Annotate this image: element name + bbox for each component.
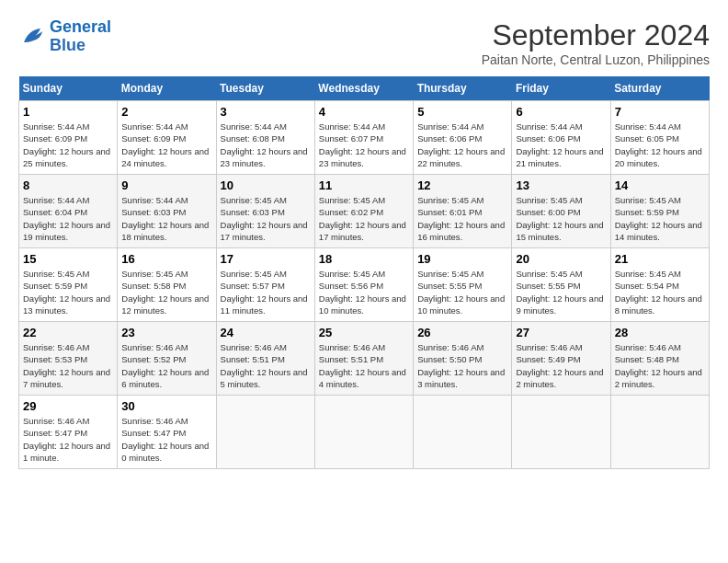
day-number: 29 bbox=[23, 399, 113, 413]
day-number: 12 bbox=[417, 178, 507, 192]
calendar-week-row: 1Sunrise: 5:44 AMSunset: 6:09 PMDaylight… bbox=[19, 101, 710, 175]
day-info: Sunrise: 5:45 AMSunset: 5:59 PMDaylight:… bbox=[615, 194, 705, 243]
day-info: Sunrise: 5:44 AMSunset: 6:08 PMDaylight:… bbox=[221, 121, 311, 169]
table-row: 30Sunrise: 5:46 AMSunset: 5:47 PMDayligh… bbox=[118, 396, 216, 469]
table-row bbox=[512, 396, 610, 469]
day-info: Sunrise: 5:46 AMSunset: 5:49 PMDaylight:… bbox=[516, 341, 606, 390]
calendar-week-row: 22Sunrise: 5:46 AMSunset: 5:53 PMDayligh… bbox=[19, 322, 710, 396]
day-info: Sunrise: 5:45 AMSunset: 6:02 PMDaylight:… bbox=[319, 194, 409, 243]
calendar-week-row: 8Sunrise: 5:44 AMSunset: 6:04 PMDaylight… bbox=[19, 175, 710, 248]
day-info: Sunrise: 5:45 AMSunset: 5:56 PMDaylight:… bbox=[319, 268, 409, 316]
day-number: 18 bbox=[319, 252, 409, 266]
day-info: Sunrise: 5:45 AMSunset: 5:54 PMDaylight:… bbox=[615, 268, 705, 316]
day-number: 9 bbox=[121, 178, 211, 192]
day-info: Sunrise: 5:45 AMSunset: 6:01 PMDaylight:… bbox=[417, 194, 507, 243]
day-number: 4 bbox=[319, 105, 409, 119]
table-row: 11Sunrise: 5:45 AMSunset: 6:02 PMDayligh… bbox=[314, 175, 413, 248]
header-friday: Friday bbox=[512, 76, 610, 101]
day-info: Sunrise: 5:44 AMSunset: 6:07 PMDaylight:… bbox=[319, 121, 409, 169]
day-number: 3 bbox=[221, 105, 311, 119]
day-number: 5 bbox=[417, 105, 507, 119]
table-row: 14Sunrise: 5:45 AMSunset: 5:59 PMDayligh… bbox=[610, 175, 709, 248]
day-number: 15 bbox=[23, 252, 113, 266]
day-info: Sunrise: 5:46 AMSunset: 5:53 PMDaylight:… bbox=[23, 341, 113, 390]
day-info: Sunrise: 5:44 AMSunset: 6:06 PMDaylight:… bbox=[516, 121, 606, 169]
day-info: Sunrise: 5:45 AMSunset: 5:57 PMDaylight:… bbox=[221, 268, 311, 316]
day-number: 22 bbox=[23, 326, 113, 339]
day-number: 2 bbox=[121, 105, 211, 119]
day-number: 23 bbox=[121, 326, 211, 339]
table-row: 7Sunrise: 5:44 AMSunset: 6:05 PMDaylight… bbox=[610, 101, 709, 175]
day-info: Sunrise: 5:46 AMSunset: 5:52 PMDaylight:… bbox=[121, 341, 211, 390]
table-row: 19Sunrise: 5:45 AMSunset: 5:55 PMDayligh… bbox=[414, 248, 512, 322]
day-info: Sunrise: 5:46 AMSunset: 5:51 PMDaylight:… bbox=[221, 341, 311, 390]
day-info: Sunrise: 5:44 AMSunset: 6:09 PMDaylight:… bbox=[121, 121, 211, 169]
table-row: 24Sunrise: 5:46 AMSunset: 5:51 PMDayligh… bbox=[216, 322, 314, 396]
day-info: Sunrise: 5:45 AMSunset: 5:58 PMDaylight:… bbox=[121, 268, 211, 316]
table-row: 1Sunrise: 5:44 AMSunset: 6:09 PMDaylight… bbox=[19, 101, 118, 175]
logo-text-general: General bbox=[50, 18, 111, 37]
table-row: 25Sunrise: 5:46 AMSunset: 5:51 PMDayligh… bbox=[314, 322, 413, 396]
table-row: 16Sunrise: 5:45 AMSunset: 5:58 PMDayligh… bbox=[118, 248, 216, 322]
table-row: 13Sunrise: 5:45 AMSunset: 6:00 PMDayligh… bbox=[512, 175, 610, 248]
day-info: Sunrise: 5:46 AMSunset: 5:50 PMDaylight:… bbox=[417, 341, 507, 390]
day-info: Sunrise: 5:46 AMSunset: 5:47 PMDaylight:… bbox=[23, 415, 113, 464]
header-wednesday: Wednesday bbox=[314, 76, 413, 101]
day-info: Sunrise: 5:46 AMSunset: 5:51 PMDaylight:… bbox=[319, 341, 409, 390]
day-number: 20 bbox=[516, 252, 606, 266]
table-row: 29Sunrise: 5:46 AMSunset: 5:47 PMDayligh… bbox=[19, 396, 118, 469]
table-row bbox=[314, 396, 413, 469]
day-number: 13 bbox=[516, 178, 606, 192]
table-row: 5Sunrise: 5:44 AMSunset: 6:06 PMDaylight… bbox=[414, 101, 512, 175]
table-row: 4Sunrise: 5:44 AMSunset: 6:07 PMDaylight… bbox=[314, 101, 413, 175]
title-area: September 2024 Paitan Norte, Central Luz… bbox=[482, 18, 710, 67]
table-row: 20Sunrise: 5:45 AMSunset: 5:55 PMDayligh… bbox=[512, 248, 610, 322]
header: General Blue September 2024 Paitan Norte… bbox=[18, 18, 710, 67]
table-row: 6Sunrise: 5:44 AMSunset: 6:06 PMDaylight… bbox=[512, 101, 610, 175]
day-number: 25 bbox=[319, 326, 409, 339]
day-info: Sunrise: 5:44 AMSunset: 6:04 PMDaylight:… bbox=[23, 194, 113, 243]
day-number: 21 bbox=[615, 252, 705, 266]
calendar-table: Sunday Monday Tuesday Wednesday Thursday… bbox=[18, 76, 710, 469]
day-number: 7 bbox=[615, 105, 705, 119]
day-info: Sunrise: 5:45 AMSunset: 6:00 PMDaylight:… bbox=[516, 194, 606, 243]
table-row: 28Sunrise: 5:46 AMSunset: 5:48 PMDayligh… bbox=[610, 322, 709, 396]
day-info: Sunrise: 5:45 AMSunset: 5:59 PMDaylight:… bbox=[23, 268, 113, 316]
day-number: 26 bbox=[417, 326, 507, 339]
month-title: September 2024 bbox=[482, 18, 710, 52]
table-row: 8Sunrise: 5:44 AMSunset: 6:04 PMDaylight… bbox=[19, 175, 118, 248]
day-number: 28 bbox=[615, 326, 705, 339]
table-row: 12Sunrise: 5:45 AMSunset: 6:01 PMDayligh… bbox=[414, 175, 512, 248]
day-number: 8 bbox=[23, 178, 113, 192]
table-row: 23Sunrise: 5:46 AMSunset: 5:52 PMDayligh… bbox=[118, 322, 216, 396]
day-number: 11 bbox=[319, 178, 409, 192]
day-info: Sunrise: 5:46 AMSunset: 5:47 PMDaylight:… bbox=[121, 415, 211, 464]
table-row: 17Sunrise: 5:45 AMSunset: 5:57 PMDayligh… bbox=[216, 248, 314, 322]
table-row bbox=[610, 396, 709, 469]
logo-icon bbox=[18, 23, 46, 51]
table-row: 9Sunrise: 5:44 AMSunset: 6:03 PMDaylight… bbox=[118, 175, 216, 248]
day-info: Sunrise: 5:44 AMSunset: 6:06 PMDaylight:… bbox=[417, 121, 507, 169]
day-number: 24 bbox=[221, 326, 311, 339]
table-row: 21Sunrise: 5:45 AMSunset: 5:54 PMDayligh… bbox=[610, 248, 709, 322]
table-row: 15Sunrise: 5:45 AMSunset: 5:59 PMDayligh… bbox=[19, 248, 118, 322]
day-number: 14 bbox=[615, 178, 705, 192]
day-number: 1 bbox=[23, 105, 113, 119]
table-row: 26Sunrise: 5:46 AMSunset: 5:50 PMDayligh… bbox=[414, 322, 512, 396]
header-saturday: Saturday bbox=[610, 76, 709, 101]
header-monday: Monday bbox=[118, 76, 216, 101]
day-number: 16 bbox=[121, 252, 211, 266]
day-info: Sunrise: 5:45 AMSunset: 6:03 PMDaylight:… bbox=[221, 194, 311, 243]
day-number: 30 bbox=[121, 399, 211, 413]
logo: General Blue bbox=[18, 18, 111, 55]
table-row bbox=[414, 396, 512, 469]
day-info: Sunrise: 5:46 AMSunset: 5:48 PMDaylight:… bbox=[615, 341, 705, 390]
day-info: Sunrise: 5:44 AMSunset: 6:09 PMDaylight:… bbox=[23, 121, 113, 169]
table-row: 2Sunrise: 5:44 AMSunset: 6:09 PMDaylight… bbox=[118, 101, 216, 175]
day-number: 6 bbox=[516, 105, 606, 119]
day-number: 17 bbox=[221, 252, 311, 266]
day-number: 10 bbox=[221, 178, 311, 192]
calendar-week-row: 15Sunrise: 5:45 AMSunset: 5:59 PMDayligh… bbox=[19, 248, 710, 322]
table-row: 18Sunrise: 5:45 AMSunset: 5:56 PMDayligh… bbox=[314, 248, 413, 322]
day-number: 27 bbox=[516, 326, 606, 339]
